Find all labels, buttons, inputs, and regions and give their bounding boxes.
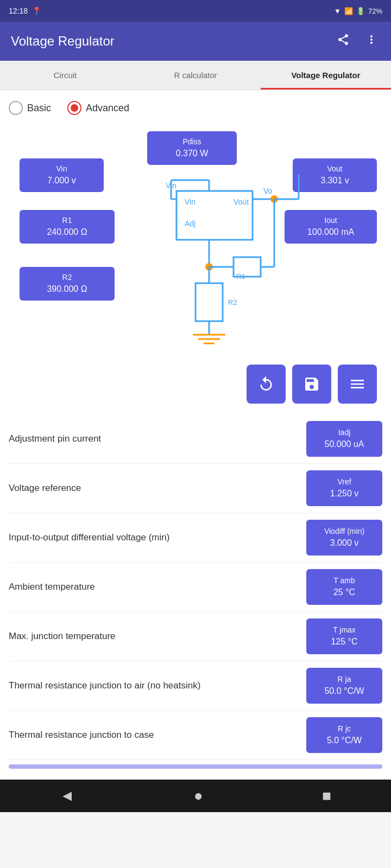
vref-label: Voltage reference: [9, 482, 300, 495]
param-row-rja: Thermal resistance junction to air (no h…: [9, 661, 382, 711]
param-row-viodiff: Input-to-output differential voltage (mi…: [9, 513, 382, 563]
radio-basic[interactable]: Basic: [9, 101, 51, 115]
radio-advanced-circle: [67, 101, 81, 115]
location-icon: 📍: [32, 7, 41, 15]
wifi-icon: ▼: [334, 7, 341, 15]
tamb-box[interactable]: T amb 25 °C: [306, 569, 382, 605]
radio-advanced[interactable]: Advanced: [67, 101, 129, 115]
tjmax-box[interactable]: T jmax 125 °C: [306, 618, 382, 654]
tamb-box-label: T amb: [315, 576, 374, 586]
tab-rcalculator[interactable]: R calculator: [130, 61, 261, 90]
svg-text:Adj: Adj: [185, 219, 195, 228]
svg-text:Vin: Vin: [185, 197, 195, 206]
rjc-label: Thermal resistance junction to case: [9, 729, 300, 742]
status-bar: 12:18 📍 ▼ 📶 🔋 72%: [0, 0, 391, 22]
tamb-box-value: 25 °C: [315, 586, 374, 598]
time-display: 12:18: [9, 7, 28, 15]
svg-text:R1: R1: [236, 272, 245, 280]
app-bar: Voltage Regulator: [0, 22, 391, 61]
param-row-rjc: Thermal resistance junction to case R jc…: [9, 711, 382, 760]
share-button[interactable]: [335, 31, 352, 52]
vref-box-label: Vref: [315, 477, 374, 488]
vref-box[interactable]: Vref 1.250 v: [306, 470, 382, 506]
param-row-tamb: Ambient temperature T amb 25 °C: [9, 563, 382, 612]
param-row-tjmax: Max. junction temperature T jmax 125 °C: [9, 612, 382, 661]
back-button[interactable]: ◄: [38, 783, 97, 809]
more-menu-button[interactable]: [363, 31, 380, 52]
svg-text:Vo: Vo: [263, 187, 273, 195]
home-button[interactable]: ●: [172, 783, 225, 809]
viodiff-box-label: Viodiff (min): [315, 526, 374, 537]
rja-box[interactable]: R ja 50.0 °C/W: [306, 668, 382, 704]
radio-basic-circle: [9, 101, 23, 115]
battery-level: 72%: [368, 7, 382, 15]
svg-rect-20: [195, 283, 223, 321]
settings-button[interactable]: [338, 365, 377, 404]
vref-box-value: 1.250 v: [315, 488, 374, 500]
iadj-box-label: Iadj: [315, 427, 374, 438]
battery-icon: 🔋: [356, 7, 365, 15]
iadj-box-value: 50.000 uA: [315, 438, 374, 450]
signal-icon: 📶: [344, 7, 353, 15]
param-row-iadj: Adjustment pin current Iadj 50.000 uA: [9, 414, 382, 464]
radio-basic-label: Basic: [27, 103, 51, 114]
viodiff-label: Input-to-output differential voltage (mi…: [9, 531, 300, 544]
rjc-box[interactable]: R jc 5.0 °C/W: [306, 717, 382, 753]
tamb-label: Ambient temperature: [9, 580, 300, 593]
reset-button[interactable]: [247, 365, 286, 404]
svg-text:Vin: Vin: [166, 181, 176, 190]
svg-text:Vout: Vout: [234, 197, 249, 206]
tab-voltage-regulator[interactable]: Voltage Regulator: [261, 61, 391, 90]
app-title: Voltage Regulator: [11, 34, 115, 49]
rja-label: Thermal resistance junction to air (no h…: [9, 679, 300, 692]
scrollbar-indicator: [9, 764, 382, 769]
viodiff-box[interactable]: Viodiff (min) 3.000 v: [306, 520, 382, 556]
params-list: Adjustment pin current Iadj 50.000 uA Vo…: [9, 414, 382, 760]
rja-box-label: R ja: [315, 674, 374, 685]
tjmax-label: Max. junction temperature: [9, 630, 300, 643]
radio-advanced-label: Advanced: [86, 103, 129, 114]
save-button[interactable]: [292, 365, 331, 404]
action-buttons: [9, 365, 382, 404]
recents-button[interactable]: ■: [300, 783, 353, 809]
tjmax-box-value: 125 °C: [315, 636, 374, 648]
tab-circuit[interactable]: Circuit: [0, 61, 130, 90]
bottom-nav: ◄ ● ■: [0, 780, 391, 812]
svg-text:R2: R2: [228, 298, 237, 307]
circuit-diagram-area: Vin 7.000 v Pdiss 0.370 W Vout 3.301 v R…: [9, 126, 382, 354]
main-content: Basic Advanced Vin 7.000 v Pdiss 0.370 W…: [0, 90, 391, 780]
viodiff-box-value: 3.000 v: [315, 537, 374, 549]
circuit-svg: Vin Adj Vout Vo: [9, 126, 382, 354]
rjc-box-value: 5.0 °C/W: [315, 735, 374, 746]
radio-group: Basic Advanced: [9, 101, 382, 115]
tabs-container: Circuit R calculator Voltage Regulator: [0, 61, 391, 90]
iadj-label: Adjustment pin current: [9, 432, 300, 445]
iadj-box[interactable]: Iadj 50.000 uA: [306, 421, 382, 457]
rja-box-value: 50.0 °C/W: [315, 685, 374, 697]
tjmax-box-label: T jmax: [315, 625, 374, 636]
rjc-box-label: R jc: [315, 724, 374, 735]
param-row-vref: Voltage reference Vref 1.250 v: [9, 464, 382, 513]
